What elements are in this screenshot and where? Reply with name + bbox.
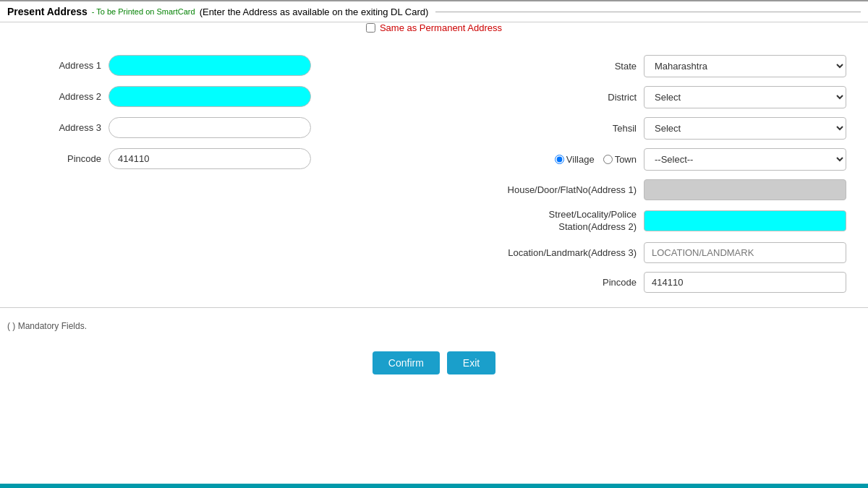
house-input[interactable] [644,179,846,200]
town-radio-item: Town [603,154,637,165]
district-select[interactable]: Select [644,86,846,108]
location-row: Location/Landmark(Address 3) [448,242,846,263]
confirm-button[interactable]: Confirm [373,351,440,374]
address2-row: Address 2 [36,86,434,107]
tehsil-label: Tehsil [521,123,637,134]
village-town-row: Village Town --Select-- [448,148,846,171]
address1-label: Address 1 [36,60,101,71]
section-title-parens: (Enter the Address as available on the e… [200,7,429,17]
address3-row: Address 3 [36,117,434,138]
street-row: Street/Locality/Police Station(Address 2… [448,209,846,234]
town-radio[interactable] [603,155,613,164]
section-title-bold: Present Address [7,6,88,17]
address2-input[interactable] [109,86,311,107]
street-input[interactable] [644,210,846,231]
village-radio[interactable] [555,155,564,164]
village-radio-label: Village [566,154,595,165]
bottom-bar [0,484,868,488]
bottom-separator [0,307,868,308]
village-town-radio-group: Village Town [555,154,637,165]
pincode-label-right: Pincode [521,277,637,288]
left-panel: Address 1 Address 2 Address 3 Pincode [7,55,434,293]
main-content: Address 1 Address 2 Address 3 Pincode [0,40,868,300]
state-select[interactable]: Maharashtra [644,55,846,77]
section-header: Present Address - To be Printed on Smart… [0,0,868,22]
right-panel: State Maharashtra District Select Tehsil… [448,55,861,293]
location-label: Location/Landmark(Address 3) [508,247,637,258]
tehsil-select[interactable]: Select [644,117,846,140]
state-label: State [521,61,637,72]
town-radio-label: Town [615,154,637,165]
house-row: House/Door/FlatNo(Address 1) [448,179,846,200]
same-as-permanent-checkbox[interactable] [366,23,375,33]
address3-label: Address 3 [36,122,101,133]
exit-button[interactable]: Exit [447,351,495,374]
address3-input[interactable] [109,117,311,138]
street-label: Street/Locality/Police Station(Address 2… [521,209,637,234]
same-as-permanent-label: Same as Permanent Address [380,22,502,33]
address1-input[interactable] [109,55,311,76]
pincode-row-left: Pincode [36,148,434,169]
buttons-row: Confirm Exit [0,351,868,374]
house-label: House/Door/FlatNo(Address 1) [508,184,637,195]
pincode-input-right[interactable] [644,272,846,293]
village-town-select[interactable]: --Select-- [644,148,846,171]
tehsil-row: Tehsil Select [448,117,846,140]
mandatory-fields-text: ( ) Mandatory Fields. [0,315,868,337]
location-input[interactable] [644,242,846,263]
address1-row: Address 1 [36,55,434,76]
address2-label: Address 2 [36,91,101,102]
pincode-label-left: Pincode [36,153,101,164]
page-wrapper: Present Address - To be Printed on Smart… [0,0,868,488]
section-divider-line [435,12,861,12]
pincode-row-right: Pincode [448,272,846,293]
state-row: State Maharashtra [448,55,846,77]
district-row: District Select [448,86,846,108]
same-as-permanent-row: Same as Permanent Address [0,22,868,33]
pincode-input-left[interactable] [109,148,311,169]
district-label: District [521,92,637,103]
section-title-green: - To be Printed on SmartCard [92,7,195,16]
village-radio-item: Village [555,154,595,165]
